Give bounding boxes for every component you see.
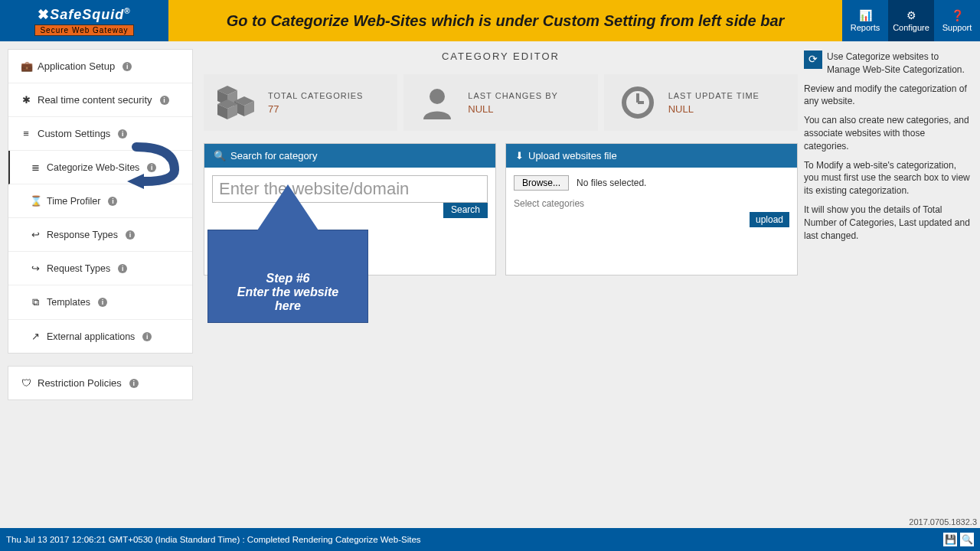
stat-value: NULL — [668, 103, 760, 115]
search-icon: 🔍 — [214, 150, 226, 161]
sidebar: 💼 Application Setup i ✱ Real time conten… — [0, 41, 193, 528]
sidebar-item-external-apps[interactable]: ↗ External applications i — [8, 320, 192, 353]
info-icon: i — [118, 264, 127, 273]
top-nav: 📊 Reports ⚙ Configure ❓ Support — [842, 0, 980, 41]
help-text: Use Categorize websites to Manage Web-Si… — [804, 51, 972, 77]
briefcase-icon: 💼 — [21, 60, 31, 72]
info-icon: i — [98, 298, 107, 307]
sidebar-item-realtime[interactable]: ✱ Real time content security i — [8, 83, 192, 117]
upload-button[interactable]: upload — [750, 212, 789, 227]
nav-configure[interactable]: ⚙ Configure — [888, 0, 934, 41]
chart-icon: 📊 — [859, 9, 872, 21]
sidebar-label: Request Types — [47, 263, 110, 274]
sidebar-item-time-profiler[interactable]: ⌛ Time Profiler i — [8, 184, 192, 218]
stat-value: 77 — [268, 103, 363, 115]
sidebar-item-templates[interactable]: ⧉ Templates i — [8, 285, 192, 320]
upload-panel: ⬇Upload websites file Browse... No files… — [505, 143, 798, 276]
reply-icon: ↩ — [30, 229, 41, 240]
sliders-icon: ≡ — [21, 128, 31, 139]
help-text: It will show you the details of Total Nu… — [804, 204, 972, 242]
hourglass-icon: ⌛ — [30, 195, 41, 207]
nav-reports[interactable]: 📊 Reports — [842, 0, 888, 41]
sidebar-label: Response Types — [47, 230, 118, 240]
callout-line: Enter the website — [216, 285, 360, 299]
sidebar-label: Restriction Policies — [38, 377, 122, 389]
help-text: Review and modify the categorization of … — [804, 83, 972, 109]
sidebar-item-request-types[interactable]: ↪ Request Types i — [8, 252, 192, 285]
svg-point-9 — [430, 89, 445, 104]
cogs-icon: ⚙ — [906, 9, 916, 21]
search-button[interactable]: Search — [443, 201, 488, 218]
sidebar-item-custom-settings[interactable]: ≡ Custom Settings i — [8, 117, 192, 151]
shield-icon: 🛡 — [21, 377, 31, 389]
search-input[interactable] — [212, 175, 488, 203]
stat-label: LAST CHANGES BY — [468, 91, 558, 100]
asterisk-icon: ✱ — [21, 94, 31, 106]
brand-logo: ✖SafeSquid® Secure Web Gateway — [0, 0, 168, 41]
db-icon: ≣ — [30, 161, 41, 173]
info-icon: i — [160, 96, 169, 105]
select-categories-label: Select categories — [514, 198, 789, 209]
refresh-button[interactable]: ⟳ — [804, 51, 822, 69]
nav-support[interactable]: ❓ Support — [934, 0, 980, 41]
info-icon: i — [118, 129, 127, 139]
nav-label: Configure — [893, 23, 929, 32]
stats-row: TOTAL CATEGORIES 77 LAST CHANGES BY NULL — [204, 74, 798, 131]
callout-line: Step #6 — [216, 272, 360, 285]
cubes-icon — [214, 83, 260, 122]
external-icon: ↗ — [30, 331, 41, 342]
stat-value: NULL — [468, 103, 558, 115]
sidebar-label: Time Profiler — [47, 196, 100, 207]
help-text: To Modify a web-site's categorization, y… — [804, 159, 972, 197]
stat-last-changes: LAST CHANGES BY NULL — [403, 74, 597, 131]
save-icon[interactable]: 💾 — [943, 533, 957, 546]
upload-icon: ⬇ — [515, 150, 524, 161]
info-icon: i — [129, 379, 139, 388]
panel-title: Upload websites file — [528, 150, 617, 161]
user-icon — [414, 83, 460, 122]
sidebar-label: Categorize Web-Sites — [47, 162, 139, 173]
help-text: You can also create new categories, and … — [804, 114, 972, 152]
stat-label: TOTAL CATEGORIES — [268, 91, 363, 100]
info-icon: i — [122, 62, 132, 71]
stat-total-categories: TOTAL CATEGORIES 77 — [204, 74, 397, 131]
share-icon: ↪ — [30, 262, 41, 274]
top-header: ✖SafeSquid® Secure Web Gateway Go to Cat… — [0, 0, 980, 41]
nav-label: Support — [942, 23, 972, 32]
instruction-banner: Go to Categorize Web-Sites which is unde… — [168, 0, 842, 41]
sidebar-label: Custom Settings — [38, 128, 110, 139]
sidebar-label: Templates — [47, 297, 90, 308]
sidebar-item-application-setup[interactable]: 💼 Application Setup i — [8, 50, 192, 83]
browse-button[interactable]: Browse... — [514, 175, 569, 191]
stat-last-update: LAST UPDATE TIME NULL — [604, 74, 798, 131]
sidebar-label: Real time content security — [38, 94, 152, 106]
template-icon: ⧉ — [30, 296, 41, 308]
no-file-label: No files selected. — [577, 178, 646, 188]
sidebar-label: Application Setup — [38, 60, 115, 72]
info-icon: i — [142, 332, 152, 341]
help-icon: ❓ — [951, 9, 964, 21]
version-label: 2017.0705.1832.3 — [909, 517, 977, 527]
search-footer-icon[interactable]: 🔍 — [960, 533, 974, 546]
info-icon: i — [108, 197, 117, 206]
panel-title: Search for category — [230, 150, 317, 161]
status-bar: Thu Jul 13 2017 12:06:21 GMT+0530 (India… — [0, 528, 980, 551]
sidebar-item-response-types[interactable]: ↩ Response Types i — [8, 218, 192, 252]
page-title: CATEGORY EDITOR — [204, 51, 798, 62]
nav-label: Reports — [851, 23, 880, 32]
callout-line: here — [216, 299, 360, 313]
stat-label: LAST UPDATE TIME — [668, 91, 760, 100]
help-column: ⟳ Use Categorize websites to Manage Web-… — [798, 51, 972, 520]
info-icon: i — [126, 230, 135, 240]
info-icon: i — [147, 163, 156, 172]
annotation-callout: Step #6 Enter the website here — [207, 230, 368, 323]
sidebar-label: External applications — [47, 331, 135, 342]
status-text: Thu Jul 13 2017 12:06:21 GMT+0530 (India… — [6, 535, 421, 544]
sidebar-item-categorize[interactable]: ≣ Categorize Web-Sites i — [8, 151, 192, 184]
sidebar-item-restriction[interactable]: 🛡 Restriction Policies i — [8, 367, 192, 399]
clock-icon — [615, 83, 661, 122]
